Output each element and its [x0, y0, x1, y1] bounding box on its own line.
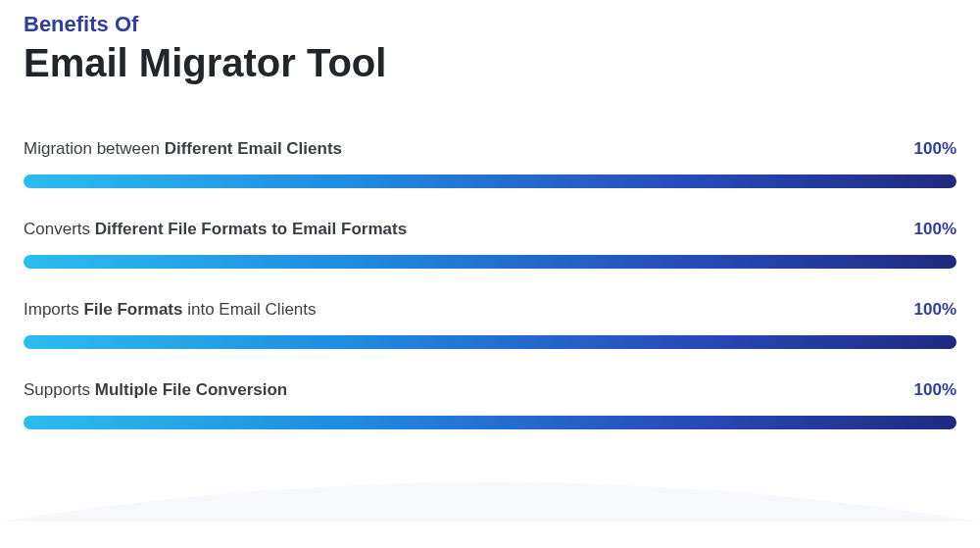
- progress-bar: [24, 416, 956, 429]
- benefit-label-bold: File Formats: [83, 300, 182, 319]
- progress-bar: [24, 335, 956, 349]
- benefit-percent: 100%: [914, 300, 956, 320]
- benefit-label-prefix: Migration between: [24, 139, 165, 158]
- benefit-item: Imports File Formats into Email Clients …: [24, 300, 956, 349]
- benefit-item: Migration between Different Email Client…: [24, 139, 956, 188]
- progress-bar: [24, 255, 956, 269]
- benefit-label: Supports Multiple File Conversion: [24, 380, 287, 400]
- section-eyebrow: Benefits Of: [24, 12, 956, 37]
- benefit-item: Converts Different File Formats to Email…: [24, 220, 956, 269]
- benefit-label-prefix: Imports: [24, 300, 83, 319]
- benefit-label-bold: Different Email Clients: [165, 139, 342, 158]
- benefit-label-bold: Different File Formats to Email Formats: [95, 220, 407, 238]
- benefit-percent: 100%: [914, 220, 956, 239]
- benefit-label-bold: Multiple File Conversion: [95, 380, 287, 399]
- benefit-label: Imports File Formats into Email Clients: [24, 300, 317, 320]
- benefit-item: Supports Multiple File Conversion 100%: [24, 380, 956, 429]
- footer-curve: [24, 461, 956, 520]
- benefit-percent: 100%: [914, 139, 956, 159]
- benefit-label: Migration between Different Email Client…: [24, 139, 342, 159]
- benefit-label-prefix: Supports: [24, 380, 95, 399]
- benefit-percent: 100%: [914, 380, 956, 400]
- benefit-label-suffix: into Email Clients: [183, 300, 317, 319]
- page-title: Email Migrator Tool: [24, 41, 956, 84]
- progress-bar: [24, 174, 956, 188]
- benefit-label-prefix: Converts: [24, 220, 95, 238]
- benefit-label: Converts Different File Formats to Email…: [24, 220, 407, 239]
